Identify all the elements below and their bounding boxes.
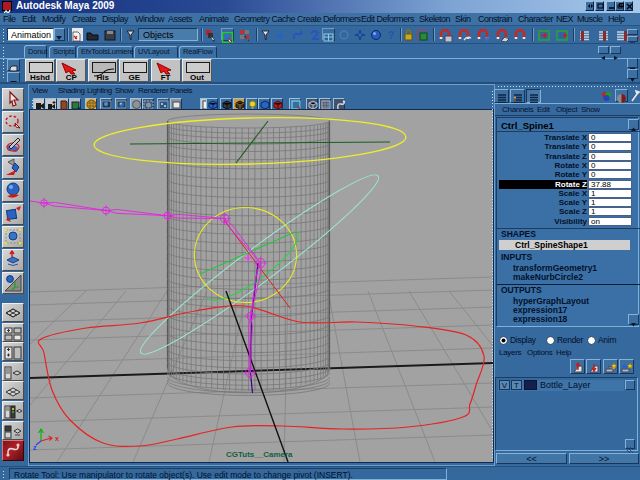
svg-text:z: z [33, 444, 37, 451]
svg-text:x: x [55, 435, 59, 442]
svg-text:?: ? [388, 30, 394, 41]
svg-text:CGTuts__Camera: CGTuts__Camera [226, 450, 293, 459]
